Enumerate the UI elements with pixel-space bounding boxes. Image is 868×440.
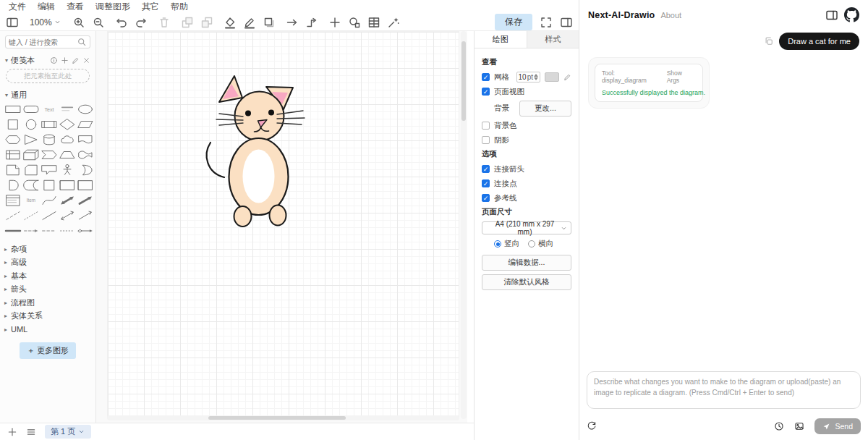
shape-trapezoid[interactable] [59, 148, 76, 162]
more-shapes-button[interactable]: ＋ 更多图形 [20, 342, 76, 359]
menu-item-4[interactable]: 调整图形 [95, 1, 130, 13]
menu-item-3[interactable]: 查看 [67, 1, 84, 13]
page-selector[interactable]: 第 1 页 [45, 425, 91, 439]
zoom-dropdown[interactable]: 100% [30, 17, 61, 28]
search-input[interactable] [9, 38, 77, 46]
history-icon[interactable] [774, 421, 784, 431]
cat-left-eye[interactable] [245, 111, 251, 117]
shape-arrow[interactable] [77, 193, 94, 208]
category-7[interactable]: ▸UML [4, 323, 91, 337]
change-background-button[interactable]: 更改... [519, 101, 571, 117]
page-view-checkbox[interactable]: ✓ [482, 88, 490, 96]
shape-internal-storage[interactable] [4, 148, 22, 162]
shape-note[interactable] [4, 163, 22, 177]
category-2[interactable]: ▸高级 [4, 256, 91, 270]
edit-data-button[interactable]: 编辑数据... [482, 255, 571, 271]
shape-card[interactable] [22, 163, 40, 177]
scratchpad-header[interactable]: ▾ 便笺本 [5, 54, 90, 66]
arrow-right-icon[interactable] [286, 16, 299, 29]
shape-list-item[interactable]: Item [22, 193, 40, 208]
add-page-icon[interactable] [7, 427, 17, 437]
shape-container-horizontal[interactable] [59, 178, 76, 192]
vertical-scrollbar[interactable] [461, 31, 467, 419]
shape-actor[interactable] [59, 163, 76, 177]
menu-item-1[interactable]: 文件 [9, 1, 26, 13]
shadow-icon[interactable] [263, 16, 276, 29]
shape-bidirectional-connector[interactable] [59, 208, 76, 223]
reset-chat-icon[interactable] [587, 421, 597, 431]
shape-cloud[interactable] [59, 132, 76, 147]
shape-hexagon[interactable] [4, 132, 22, 147]
shape-line[interactable] [41, 208, 58, 223]
shape-triangle[interactable] [22, 132, 40, 147]
plus-icon[interactable] [328, 16, 341, 29]
pages-list-icon[interactable] [26, 427, 36, 437]
shape-text[interactable]: Text [41, 102, 58, 117]
category-5[interactable]: ▸流程图 [4, 296, 91, 310]
shape-dashed-edge[interactable] [41, 224, 58, 238]
general-section-header[interactable]: ▾ 通用 [5, 89, 90, 101]
shape-link[interactable] [4, 224, 22, 238]
shape-container-vertical[interactable] [77, 178, 94, 192]
horizontal-scrollbar-thumb[interactable] [208, 416, 346, 420]
orientation-radio-竖向[interactable] [494, 240, 501, 248]
tab-样式[interactable]: 样式 [527, 31, 579, 48]
shape-tape[interactable] [77, 148, 94, 162]
shape-rectangle[interactable] [4, 102, 22, 117]
info-icon[interactable] [50, 56, 58, 64]
undo-icon[interactable] [115, 16, 128, 29]
line-color-icon[interactable] [243, 16, 256, 29]
option-checkbox[interactable]: ✓ [482, 194, 490, 202]
shape-dotted-line[interactable] [22, 208, 40, 223]
send-button[interactable]: Send [814, 418, 861, 434]
edit-grid-color-icon[interactable] [563, 73, 571, 81]
upload-image-icon[interactable] [794, 421, 804, 431]
fullscreen-icon[interactable] [540, 16, 553, 29]
cat-right-eye[interactable] [268, 110, 274, 116]
shape-callout[interactable] [41, 163, 58, 177]
cat-tail[interactable] [207, 143, 224, 177]
edit-icon[interactable] [72, 56, 80, 64]
menu-item-2[interactable]: 编辑 [38, 1, 55, 13]
zoom-out-icon[interactable] [92, 16, 105, 29]
shape-square[interactable] [4, 117, 22, 132]
tab-绘图[interactable]: 绘图 [475, 31, 527, 48]
add-icon[interactable] [61, 56, 69, 64]
github-icon[interactable] [844, 7, 859, 22]
close-icon[interactable] [82, 56, 90, 64]
shape-ellipse[interactable] [77, 102, 94, 117]
category-4[interactable]: ▸箭头 [4, 283, 91, 297]
shape-bidirectional-arrow[interactable] [59, 193, 76, 208]
shadow-checkbox[interactable] [482, 136, 490, 144]
shape-process[interactable] [41, 117, 58, 132]
shape-or[interactable] [77, 163, 94, 177]
shape-heading[interactable] [59, 102, 76, 117]
option-checkbox[interactable]: ✓ [482, 179, 490, 187]
chat-input[interactable] [587, 371, 861, 409]
grid-size-input[interactable]: 10pt [516, 72, 540, 82]
menu-item-5[interactable]: 其它 [142, 1, 159, 13]
category-1[interactable]: ▸杂项 [4, 242, 91, 256]
shape-diamond-edge[interactable] [77, 224, 94, 238]
shape-list[interactable] [4, 193, 22, 208]
shape-parallelogram[interactable] [77, 117, 94, 132]
horizontal-scrollbar[interactable] [107, 415, 459, 420]
shape-rounded-rectangle[interactable] [22, 102, 40, 117]
shape-cylinder[interactable] [41, 132, 58, 147]
shape-diamond[interactable] [59, 117, 76, 132]
copy-icon[interactable] [764, 36, 774, 46]
orientation-radio-横向[interactable] [528, 240, 535, 248]
table-icon[interactable] [367, 16, 380, 29]
magic-icon[interactable] [387, 16, 400, 29]
connector-icon[interactable] [305, 16, 318, 29]
shape-data-storage[interactable] [22, 178, 40, 192]
spinner[interactable] [534, 74, 538, 80]
category-6[interactable]: ▸实体关系 [4, 310, 91, 323]
format-panel-toggle-icon[interactable] [560, 16, 573, 29]
shape-square-2[interactable] [41, 178, 58, 192]
shape-dashed-line[interactable] [4, 208, 22, 223]
shape-cube[interactable] [22, 148, 40, 162]
vertical-scrollbar-thumb[interactable] [461, 41, 466, 121]
grid-checkbox[interactable]: ✓ [482, 73, 490, 81]
chat-panel-toggle-icon[interactable] [825, 9, 838, 22]
